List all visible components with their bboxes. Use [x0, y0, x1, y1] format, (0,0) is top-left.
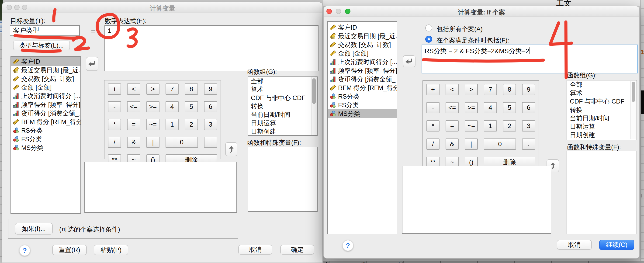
- keypad-key-2[interactable]: 2: [185, 119, 198, 130]
- cancel-button[interactable]: 取消: [557, 240, 592, 250]
- scrollbar-thumb[interactable]: [632, 82, 635, 102]
- variable-item-10[interactable]: FS分类: [328, 101, 397, 109]
- function-group-item-5[interactable]: 当前日期/时间: [248, 110, 317, 119]
- variable-item-4[interactable]: 金额 [金额]: [328, 49, 397, 58]
- variable-item-8[interactable]: RFM 得分 [RFM_得分]: [11, 118, 80, 126]
- variable-item-2[interactable]: 最近交易日期 [最_近...: [11, 66, 80, 74]
- keypad-key-4[interactable]: 4: [166, 101, 178, 112]
- include-if-condition-radio[interactable]: [425, 36, 432, 43]
- keypad-key-=[interactable]: =: [446, 120, 459, 132]
- paste-button[interactable]: 粘贴(P): [94, 245, 128, 255]
- keypad-key-9[interactable]: 9: [204, 84, 217, 95]
- keypad-key-6[interactable]: 6: [204, 101, 217, 112]
- keypad-key-2[interactable]: 2: [503, 120, 516, 132]
- keypad-key-<=[interactable]: <=: [127, 101, 140, 112]
- if-button[interactable]: 如果(I)...: [15, 223, 53, 234]
- numeric-expression-input[interactable]: 1: [104, 25, 318, 71]
- variable-item-5[interactable]: 上次消费时间得分 [...: [328, 58, 397, 66]
- variable-item-3[interactable]: 交易数 [交易_计数]: [11, 74, 80, 83]
- variable-item-8[interactable]: RFM 得分 [RFM_得分]: [328, 84, 397, 92]
- keypad-key-7[interactable]: 7: [166, 84, 178, 95]
- condition-expression-input[interactable]: RS分类 = 2 & FS分类=2&MS分类=2: [422, 44, 638, 74]
- keypad-key-<=[interactable]: <=: [446, 102, 459, 113]
- function-group-item-7[interactable]: 日期创建: [567, 131, 636, 139]
- keypad-key-9[interactable]: 9: [522, 84, 535, 95]
- variable-item-9[interactable]: RS分类: [11, 126, 80, 135]
- reset-button[interactable]: 重置(R): [52, 245, 87, 255]
- function-group-item-4[interactable]: 转换: [567, 106, 636, 114]
- function-group-item-7[interactable]: 日期创建: [248, 127, 317, 136]
- titlebar[interactable]: 计算变量: If 个案: [324, 6, 639, 17]
- function-group-item-4[interactable]: 转换: [248, 102, 317, 110]
- keypad-key-5[interactable]: 5: [185, 101, 198, 112]
- keypad-key-*[interactable]: *: [108, 119, 121, 130]
- keypad-key-|[interactable]: |: [465, 138, 478, 150]
- functions-list[interactable]: [566, 151, 637, 234]
- keypad-key--[interactable]: -: [108, 101, 121, 112]
- keypad-key-*[interactable]: *: [426, 120, 440, 132]
- keypad-key-8[interactable]: 8: [503, 84, 516, 95]
- function-group-item-6[interactable]: 日期运算: [567, 122, 636, 131]
- function-group-item-2[interactable]: 算术: [567, 89, 636, 97]
- variable-item-6[interactable]: 频率得分 [频率_得分]: [328, 66, 397, 75]
- help-button[interactable]: ?: [19, 245, 30, 256]
- keypad-key-&[interactable]: &: [446, 138, 459, 150]
- variable-item-7[interactable]: 货币得分 [消费金额_...: [11, 109, 80, 118]
- keypad-key->[interactable]: >: [465, 84, 478, 95]
- transfer-variable-button[interactable]: [403, 55, 416, 68]
- keypad-key-|[interactable]: |: [146, 137, 160, 148]
- keypad-key-3[interactable]: 3: [204, 119, 217, 130]
- keypad-key->=[interactable]: >=: [465, 102, 478, 113]
- variable-item-10[interactable]: FS分类: [11, 135, 80, 144]
- variable-item-3[interactable]: 交易数 [交易_计数]: [328, 40, 397, 49]
- insert-function-button[interactable]: [225, 142, 237, 156]
- keypad-key-0[interactable]: 0: [484, 138, 516, 150]
- keypad-key-.[interactable]: .: [522, 138, 535, 150]
- variable-list[interactable]: 客户ID最近交易日期 [最_近...交易数 [交易_计数]金额 [金额]上次消费…: [10, 56, 81, 214]
- transfer-variable-button[interactable]: [86, 57, 98, 71]
- type-and-label-button[interactable]: 类型与标签(L)...: [13, 40, 70, 50]
- keypad-key-5[interactable]: 5: [503, 102, 516, 113]
- scrollbar-thumb[interactable]: [312, 78, 316, 104]
- variable-item-11[interactable]: MS分类: [11, 144, 80, 152]
- function-group-list[interactable]: 全部算术CDF 与非中心 CDF转换当前日期/时间日期运算日期创建: [248, 76, 318, 136]
- variable-item-11[interactable]: MS分类: [328, 109, 397, 118]
- variable-item-1[interactable]: 客户ID: [328, 23, 397, 32]
- keypad-key-<[interactable]: <: [446, 84, 459, 95]
- cancel-button[interactable]: 取消: [238, 245, 272, 254]
- keypad-key-<[interactable]: <: [127, 84, 140, 95]
- variable-item-2[interactable]: 最近交易日期 [最_近...: [328, 32, 397, 40]
- keypad-key-1[interactable]: 1: [166, 119, 178, 130]
- keypad-key-+[interactable]: +: [426, 84, 440, 95]
- function-group-item-2[interactable]: 算术: [248, 85, 317, 94]
- keypad-key-.[interactable]: .: [204, 137, 217, 148]
- variable-item-7[interactable]: 货币得分 [消费金额_...: [328, 75, 397, 84]
- help-button[interactable]: ?: [342, 240, 354, 251]
- scrollbar[interactable]: [311, 78, 317, 135]
- keypad-key-1[interactable]: 1: [484, 120, 497, 132]
- keypad-key-3[interactable]: 3: [522, 120, 535, 132]
- function-group-list[interactable]: 全部算术CDF 与非中心 CDF转换当前日期/时间日期运算日期创建: [566, 80, 637, 140]
- function-group-item-1[interactable]: 全部: [248, 77, 317, 85]
- functions-list[interactable]: [248, 147, 318, 212]
- include-all-cases-radio[interactable]: [425, 24, 432, 32]
- keypad-key-8[interactable]: 8: [185, 84, 198, 95]
- keypad-key--[interactable]: -: [426, 102, 440, 113]
- function-group-item-6[interactable]: 日期运算: [248, 119, 317, 127]
- function-group-item-3[interactable]: CDF 与非中心 CDF: [248, 94, 317, 102]
- keypad-key-~=[interactable]: ~=: [465, 120, 478, 132]
- keypad-key-0[interactable]: 0: [166, 137, 198, 148]
- variable-item-1[interactable]: 客户ID: [11, 57, 80, 66]
- variable-list[interactable]: 客户ID最近交易日期 [最_近...交易数 [交易_计数]金额 [金额]上次消费…: [327, 21, 397, 234]
- keypad-key-6[interactable]: 6: [522, 102, 535, 113]
- keypad-key->=[interactable]: >=: [146, 101, 160, 112]
- keypad-key-/[interactable]: /: [426, 138, 440, 150]
- keypad-key->[interactable]: >: [146, 84, 160, 95]
- keypad-key-=[interactable]: =: [127, 119, 140, 130]
- function-group-item-5[interactable]: 当前日期/时间: [567, 114, 636, 122]
- keypad-key-~=[interactable]: ~=: [146, 119, 160, 130]
- variable-item-5[interactable]: 上次消费时间得分 [...: [11, 92, 80, 100]
- variable-item-9[interactable]: RS分类: [328, 92, 397, 101]
- variable-item-6[interactable]: 频率得分 [频率_得分]: [11, 100, 80, 109]
- function-group-item-3[interactable]: CDF 与非中心 CDF: [567, 97, 636, 106]
